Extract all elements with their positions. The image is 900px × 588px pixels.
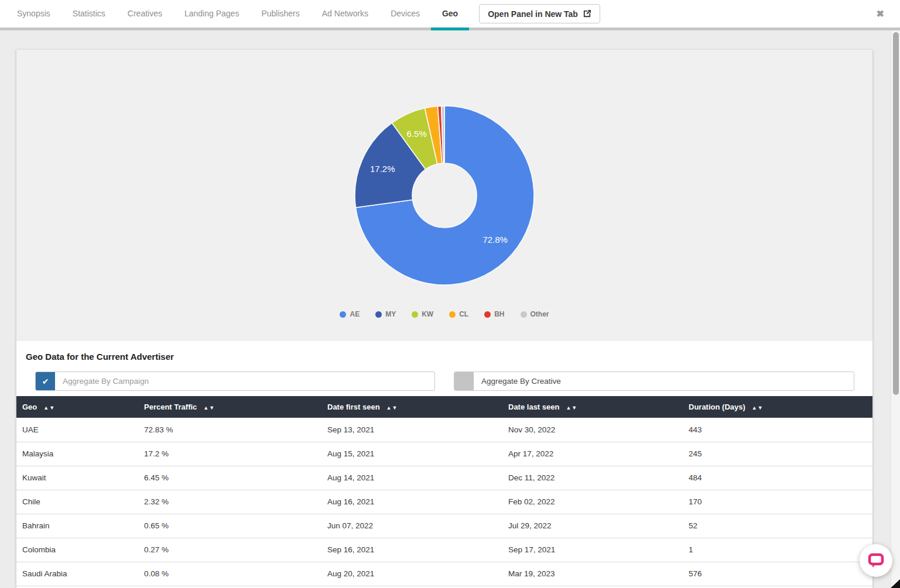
table-row-kuwait[interactable]: Kuwait6.45 %Aug 14, 2021Dec 11, 2022484 [16,466,872,490]
live-chat-button[interactable] [860,544,892,577]
table-row-colombia[interactable]: Colombia0.27 %Sep 16, 2021Sep 17, 20211 [16,538,872,562]
table-cell: Aug 14, 2021 [321,466,502,490]
sort-asc-icon[interactable]: ▲ [203,405,209,411]
slice-label-ae: 72.8% [482,235,508,245]
tab-geo[interactable]: Geo [431,0,469,27]
scrollbar-track[interactable] [891,0,900,588]
table-cell: 1 [683,538,872,562]
table-cell: 2.32 % [138,490,321,514]
legend-label: Other [531,310,549,318]
campaign-checkbox[interactable]: ✔ [36,372,55,390]
legend-dot-icon [412,311,418,318]
geo-table-body: UAE72.83 %Sep 13, 2021Nov 30, 2022443Mal… [16,418,872,586]
creative-checkbox-label: Aggregate By Creative [474,372,561,390]
table-cell: Jun 07, 2022 [321,514,502,538]
column-label: Date last seen [508,403,559,411]
column-header-date-first-seen[interactable]: Date first seen▲▼ [321,396,502,418]
sort-arrows: ▲▼ [203,403,215,411]
tab-devices[interactable]: Devices [379,0,431,27]
table-row-uae[interactable]: UAE72.83 %Sep 13, 2021Nov 30, 2022443 [16,418,872,442]
tab-creatives[interactable]: Creatives [117,0,173,27]
table-cell: 0.27 % [138,538,321,562]
table-cell: Saudi Arabia [16,562,138,586]
legend-item-bh[interactable]: BH [484,310,504,318]
donut-chart-svg: 72.8%17.2%6.5% [354,105,535,286]
legend-label: CL [459,310,468,318]
table-cell: UAE [16,418,138,442]
legend-item-my[interactable]: MY [375,310,396,318]
table-cell: Malaysia [16,442,138,466]
sort-arrows: ▲▼ [752,403,764,411]
aggregate-by-creative-option[interactable]: Aggregate By Creative [454,372,854,391]
sort-desc-icon[interactable]: ▼ [392,405,398,411]
sort-desc-icon[interactable]: ▼ [49,405,55,411]
legend-item-cl[interactable]: CL [449,310,468,318]
tab-publishers[interactable]: Publishers [250,0,310,27]
table-cell: Aug 15, 2021 [321,442,502,466]
creative-checkbox[interactable] [454,372,474,390]
table-row-saudi-arabia[interactable]: Saudi Arabia0.08 %Aug 20, 2021Mar 19, 20… [16,562,872,586]
table-cell: 72.83 % [138,418,321,442]
donut-chart: 72.8%17.2%6.5% [354,105,535,286]
table-cell: Jul 29, 2022 [502,514,683,538]
geo-panel-card: 72.8%17.2%6.5% AEMYKWCLBHOther Geo Data … [16,50,872,588]
chart-section: 72.8%17.2%6.5% AEMYKWCLBHOther [16,50,872,341]
geo-table: Geo▲▼Percent Traffic▲▼Date first seen▲▼D… [16,396,872,586]
column-header-duration-days[interactable]: Duration (Days)▲▼ [683,396,872,418]
column-label: Duration (Days) [689,403,745,411]
legend-label: BH [494,310,504,318]
campaign-checkbox-label: Aggregate By Campaign [55,372,149,390]
sort-desc-icon[interactable]: ▼ [758,405,764,411]
legend-item-kw[interactable]: KW [412,310,433,318]
sort-asc-icon[interactable]: ▲ [566,405,572,411]
table-cell: 576 [683,562,872,586]
column-header-geo[interactable]: Geo▲▼ [16,396,138,418]
table-cell: Bahrain [16,514,138,538]
geo-data-section: Geo Data for the Current Advertiser ✔ Ag… [16,341,872,586]
sort-desc-icon[interactable]: ▼ [209,405,215,411]
legend-item-other[interactable]: Other [521,310,549,318]
tab-ad-networks[interactable]: Ad Networks [311,0,379,27]
legend-dot-icon [449,311,456,318]
sort-asc-icon[interactable]: ▲ [752,405,758,411]
table-row-bahrain[interactable]: Bahrain0.65 %Jun 07, 2022Jul 29, 202252 [16,514,872,538]
aggregate-by-campaign-option[interactable]: ✔ Aggregate By Campaign [35,372,435,391]
table-row-chile[interactable]: Chile2.32 %Aug 16, 2021Feb 02, 2022170 [16,490,872,514]
table-cell: Feb 02, 2022 [502,490,683,514]
table-row-malaysia[interactable]: Malaysia17.2 %Aug 15, 2021Apr 17, 202224… [16,442,872,466]
legend-item-ae[interactable]: AE [340,310,360,318]
table-cell: Aug 20, 2021 [321,562,502,586]
table-cell: Aug 16, 2021 [321,490,502,514]
open-panel-button[interactable]: Open Panel in New Tab [479,4,600,23]
close-panel-icon[interactable]: ✖ [877,8,884,19]
table-cell: 0.08 % [138,562,321,586]
legend-dot-icon [375,311,382,318]
open-panel-label: Open Panel in New Tab [488,9,578,19]
legend-dot-icon [521,311,527,318]
column-label: Geo [22,403,37,411]
legend-label: AE [350,310,360,318]
tab-landing-pages[interactable]: Landing Pages [173,0,250,27]
section-title: Geo Data for the Current Advertiser [16,352,872,362]
slice-label-my: 17.2% [370,164,395,174]
scrollbar-thumb[interactable] [893,32,899,395]
tab-statistics[interactable]: Statistics [61,0,117,27]
column-header-percent-traffic[interactable]: Percent Traffic▲▼ [138,396,321,418]
legend-dot-icon [340,311,346,318]
sort-asc-icon[interactable]: ▲ [43,405,49,411]
slice-label-kw: 6.5% [407,129,427,139]
cursor-artifact [891,579,900,588]
sort-desc-icon[interactable]: ▼ [572,405,577,411]
aggregate-options-row: ✔ Aggregate By Campaign Aggregate By Cre… [16,372,872,391]
tab-synopsis[interactable]: Synopsis [6,0,61,27]
column-label: Percent Traffic [144,403,197,411]
table-cell: Dec 11, 2022 [502,466,683,490]
sort-arrows: ▲▼ [566,403,577,411]
sort-asc-icon[interactable]: ▲ [386,405,392,411]
table-cell: Mar 19, 2023 [502,562,683,586]
tab-bar-tabs: SynopsisStatisticsCreativesLanding Pages… [6,0,469,27]
table-cell: Colombia [16,538,138,562]
table-cell: 443 [683,418,872,442]
column-header-date-last-seen[interactable]: Date last seen▲▼ [502,396,683,418]
table-cell: 6.45 % [138,466,321,490]
